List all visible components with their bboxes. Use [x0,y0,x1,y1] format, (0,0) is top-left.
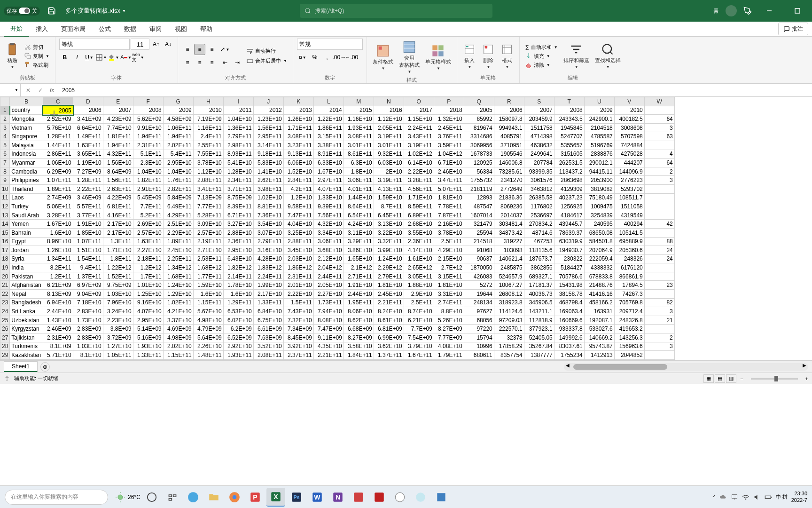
cell[interactable]: 1.8E+11 [103,254,133,263]
cell[interactable]: 1.77E+11 [193,272,223,281]
cell[interactable]: 192087.1 [584,316,614,325]
cell[interactable]: 1607014 [464,211,494,220]
cell[interactable]: 2.7E+12 [434,263,464,272]
cell[interactable]: Afghanistan [10,281,43,290]
cell[interactable]: 2.37E+11 [283,351,313,360]
cell[interactable]: 705786.6 [554,272,584,281]
cell[interactable]: 1.68E+12 [193,263,223,272]
cell[interactable]: 7.74E+10 [103,123,133,132]
cell[interactable]: 8.81E+11 [253,202,283,211]
cell[interactable]: 6.75E+10 [253,316,283,325]
cell[interactable]: 1.71E+10 [103,246,133,255]
cell[interactable]: 10067.27 [494,281,524,290]
cell[interactable]: 2.23E+10 [103,316,133,325]
zoom-slider[interactable] [751,378,798,380]
volume-icon[interactable] [753,493,761,501]
cell[interactable]: 140669.2 [584,333,614,342]
cell[interactable]: 2.65E+12 [404,263,434,272]
cell[interactable]: 2006 [494,106,524,115]
cell[interactable]: Bangladesh [10,298,43,307]
cell[interactable]: 7.43E+10 [283,307,313,316]
cell[interactable]: 230322 [554,254,584,263]
cell[interactable]: 3.86E+10 [344,246,374,255]
cell[interactable]: 3.68E+10 [313,246,344,255]
cell[interactable]: 8069236 [494,202,524,211]
cell[interactable]: 7.78E+11 [434,202,464,211]
view-page-button[interactable]: ▤ [715,374,725,383]
align-top-button[interactable]: ≡ [182,44,193,55]
cell[interactable]: 1.07E+11 [43,176,73,185]
cell[interactable]: 8.93E+11 [223,150,253,159]
cell[interactable]: 2838876 [584,150,614,159]
cell[interactable] [644,290,674,299]
app-icon-misc2[interactable] [411,488,430,507]
accept-formula-button[interactable]: ✓ [35,85,46,96]
cell[interactable]: 6.21E+09 [43,281,73,290]
cell[interactable]: 1.06E+11 [163,123,193,132]
cell[interactable]: 2.08E+11 [253,351,283,360]
pen-icon[interactable] [743,7,752,15]
cell[interactable]: 9.16E+10 [133,298,163,307]
cell[interactable]: 1.84E+11 [344,351,374,360]
cell[interactable]: 9.4E+11 [73,263,103,272]
cell[interactable]: 2536697 [524,211,554,220]
row-header[interactable]: 19 [0,263,10,272]
cell[interactable]: 7.77E+09 [434,333,464,342]
cell[interactable]: 4.21E+10 [163,307,193,316]
row-header[interactable]: 14 [0,220,10,229]
powerpoint-app-icon[interactable]: P [246,488,265,507]
cell[interactable]: 6.45E+11 [374,211,404,220]
wrap-text-button[interactable]: 自动换行 [245,47,289,55]
cell[interactable]: 1009475 [584,202,614,211]
cell[interactable]: 1.91E+10 [73,220,103,229]
row-header[interactable]: 25 [0,316,10,325]
cell[interactable]: 6.29E+09 [43,167,73,176]
cell[interactable]: 4.79E+09 [193,325,223,333]
cell[interactable]: 2.05E+11 [374,123,404,132]
cell[interactable]: 1412913 [584,351,614,360]
cell[interactable]: 3.07E+10 [253,228,283,237]
cell[interactable]: 2.74E+09 [43,193,73,202]
cell[interactable]: 4.32E+10 [313,220,344,229]
cell[interactable]: 7.7E+11 [133,202,163,211]
cell[interactable]: 2.91E+11 [133,184,163,193]
cell[interactable]: 6.71E+11 [223,211,253,220]
cell[interactable]: 2013 [283,106,313,115]
cell[interactable]: 4.13E+11 [374,184,404,193]
cell[interactable]: 1.19E+10 [73,159,103,167]
cell[interactable]: 1.68E+11 [163,272,193,281]
cell[interactable]: 400182.5 [614,115,644,124]
cell[interactable]: 426083 [464,272,494,281]
cell[interactable]: 444207 [614,159,644,167]
cell[interactable]: 222570.1 [494,325,524,333]
cell[interactable]: 1.12E+10 [374,115,404,124]
cell[interactable]: 4.35E+10 [313,342,344,351]
cell[interactable]: 2.79E+11 [253,237,283,246]
cell[interactable]: 3.06E+11 [344,176,374,185]
cell[interactable]: 7.47E+09 [313,325,344,333]
cell[interactable]: 6.89E+11 [404,211,434,220]
column-header[interactable]: W [644,97,674,106]
cell[interactable]: 4.69E+09 [163,325,193,333]
cell[interactable]: 439445.7 [554,220,584,229]
cell[interactable]: 1511058 [614,202,644,211]
cell[interactable]: 2009 [163,106,193,115]
comma-button[interactable]: , [321,52,333,63]
cell[interactable]: 290012.1 [584,159,614,167]
cell[interactable]: 3.34E+10 [313,228,344,237]
insert-cells-button[interactable]: 插入▼ [461,41,478,71]
cell[interactable]: 2.95E+10 [163,159,193,167]
cell[interactable]: 120925 [464,159,494,167]
cell[interactable]: 8.61E+11 [344,150,374,159]
cell[interactable]: 6.84E+10 [253,307,283,316]
cell[interactable]: 1.15E+11 [193,298,223,307]
cell[interactable]: 2.31E+09 [43,333,73,342]
cell[interactable]: 8.8E+10 [434,307,464,316]
cell[interactable]: 4.32E+11 [103,150,133,159]
cell[interactable]: 5196769 [584,141,614,150]
conditional-format-button[interactable]: 条件格式▼ [371,42,395,72]
cell[interactable]: 3.71E+11 [223,184,253,193]
cell[interactable]: 1.34E+11 [43,254,73,263]
clock[interactable]: 23:30 2022-7 [791,491,807,503]
view-break-button[interactable]: ▥ [726,374,736,383]
